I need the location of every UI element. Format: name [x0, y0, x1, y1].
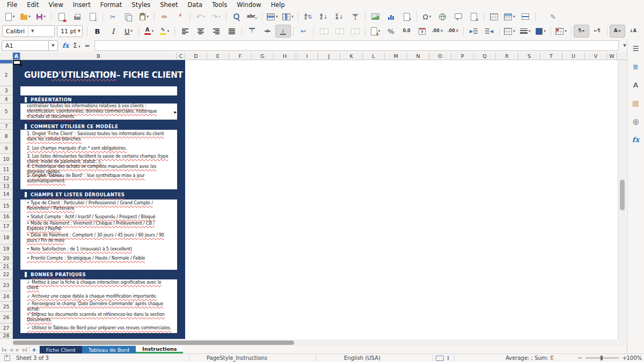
- sidebar-menu-icon[interactable]: ☰: [630, 43, 642, 54]
- row-header-3[interactable]: 3: [0, 86, 13, 95]
- row-header-12[interactable]: 12: [0, 174, 13, 183]
- column-header-L[interactable]: L: [363, 53, 385, 60]
- column-header-P[interactable]: P: [451, 53, 474, 60]
- save-button[interactable]: ▾: [33, 10, 49, 23]
- export-as-pdf-button[interactable]: ▄: [54, 10, 69, 23]
- column-header-F[interactable]: F: [229, 53, 252, 60]
- column-header-C[interactable]: C: [177, 53, 185, 60]
- clear-formatting-button[interactable]: [172, 10, 188, 23]
- align-top-button[interactable]: ↑: [244, 25, 260, 38]
- menu-sheet[interactable]: Sheet: [155, 0, 182, 10]
- font-name-dropdown-icon[interactable]: ▼: [28, 26, 36, 36]
- unmerge-cells-button[interactable]: [347, 25, 363, 38]
- menu-data[interactable]: Data: [182, 0, 207, 10]
- horizontal-scrollbar-thumb[interactable]: [13, 341, 294, 345]
- row-header-25[interactable]: 25: [0, 302, 13, 312]
- cut-button[interactable]: ✂: [105, 10, 121, 23]
- select-all-corner[interactable]: [0, 53, 13, 60]
- sum-icon[interactable]: Σ▾: [73, 42, 80, 49]
- add-decimal-place-button[interactable]: .00+: [430, 25, 445, 38]
- first-sheet-icon[interactable]: ◀: [2, 348, 6, 352]
- sidebar-navigator-icon[interactable]: ◎: [630, 116, 642, 127]
- format-as-number-button[interactable]: 0.0: [399, 25, 414, 38]
- insert-hyperlink-button[interactable]: [435, 10, 450, 23]
- row-header-8[interactable]: 8: [0, 130, 13, 143]
- copy-button[interactable]: [121, 10, 136, 23]
- row-header-13[interactable]: 13: [0, 183, 13, 189]
- row-header-2[interactable]: 2: [0, 64, 13, 86]
- column-header-S[interactable]: S: [518, 53, 540, 60]
- insert-comment-button[interactable]: [450, 10, 466, 23]
- zoom-slider[interactable]: [586, 357, 619, 359]
- add-sheet-button[interactable]: +: [29, 346, 40, 353]
- row-header-20[interactable]: 20: [0, 254, 13, 263]
- sheet-tab-tableau-de-bord[interactable]: Tableau de Bord: [82, 346, 136, 353]
- split-window-button[interactable]: [517, 10, 533, 23]
- sheet-tab-fiche-client[interactable]: Fiche Client: [40, 346, 82, 353]
- clone-formatting-button[interactable]: ✏: [157, 10, 172, 23]
- sort-ascending-button[interactable]: AZ↓: [316, 10, 332, 23]
- font-size-combobox[interactable]: 11 pt▼: [57, 25, 83, 37]
- column-header-D[interactable]: D: [185, 53, 207, 60]
- menu-styles[interactable]: Styles: [127, 0, 155, 10]
- horizontal-scrollbar[interactable]: [13, 339, 617, 346]
- row-header-15[interactable]: 15: [0, 200, 13, 212]
- menu-insert[interactable]: Insert: [68, 0, 96, 10]
- sheet-area[interactable]: GUIDE D'UTILISATION – FICHE CLIENT PRÉSE…: [13, 60, 617, 339]
- sidebar-gallery-icon[interactable]: ▤: [630, 98, 642, 108]
- row-header-9[interactable]: 9: [0, 143, 13, 154]
- zoom-out-icon[interactable]: −: [577, 354, 582, 361]
- italic-button[interactable]: I: [105, 25, 121, 38]
- row-header-1[interactable]: [0, 60, 13, 64]
- column-header-T[interactable]: T: [540, 53, 562, 60]
- column-header-V[interactable]: V: [585, 53, 607, 60]
- define-print-area-button[interactable]: [486, 10, 502, 23]
- row-header-27[interactable]: 27: [0, 323, 13, 333]
- column-header-A[interactable]: A: [13, 53, 20, 60]
- zoom-slider-thumb[interactable]: [601, 356, 603, 360]
- sheet-tab-instructions[interactable]: Instructions: [136, 346, 183, 353]
- formula-input[interactable]: [94, 40, 619, 51]
- text-orientation-standard-button[interactable]: A→: [610, 25, 625, 38]
- language-label[interactable]: English (USA): [322, 354, 402, 362]
- border-color-button[interactable]: ▾: [533, 25, 548, 38]
- format-as-currency-button[interactable]: $▾: [368, 25, 383, 38]
- name-box-dropdown-icon[interactable]: ▼: [49, 40, 58, 51]
- delete-decimal-place-button[interactable]: .00✗: [445, 25, 461, 38]
- column-header-G[interactable]: G: [252, 53, 274, 60]
- row-header-14[interactable]: 14: [0, 189, 13, 200]
- center-vertically-button[interactable]: ↕: [260, 25, 275, 38]
- menu-file[interactable]: File: [2, 0, 22, 10]
- merge-and-center-cells-button[interactable]: [316, 25, 332, 38]
- sidebar-styles-icon[interactable]: A: [630, 79, 642, 90]
- menu-window[interactable]: Window: [232, 0, 266, 10]
- menu-help[interactable]: Help: [266, 0, 290, 10]
- bold-button[interactable]: B: [90, 25, 105, 38]
- sidebar-functions-icon[interactable]: fx: [630, 134, 642, 145]
- sidebar-properties-icon[interactable]: ≣: [630, 61, 642, 72]
- row-header-22[interactable]: 22: [0, 270, 13, 279]
- function-wizard-icon[interactable]: fx: [62, 42, 69, 49]
- redo-button[interactable]: ↷▾: [208, 10, 224, 23]
- justified-button[interactable]: [224, 25, 239, 38]
- column-header-W[interactable]: W: [607, 53, 617, 60]
- row-header-10[interactable]: 10: [0, 154, 13, 165]
- column-header-N[interactable]: N: [407, 53, 429, 60]
- sort-button[interactable]: AZ⇅: [301, 10, 316, 23]
- insert-chart-button[interactable]: [383, 10, 399, 23]
- vertical-scrollbar[interactable]: [618, 60, 626, 346]
- font-size-dropdown-icon[interactable]: ▼: [76, 26, 82, 36]
- row-header-4[interactable]: 4: [0, 95, 13, 104]
- show-draw-functions-button[interactable]: ✎: [545, 10, 561, 23]
- print-preview-button[interactable]: ○: [85, 10, 100, 23]
- headers-and-footers-button[interactable]: ≡: [466, 10, 481, 23]
- row-header-28[interactable]: 28: [0, 333, 13, 339]
- increase-indent-button[interactable]: ▶: [466, 25, 481, 38]
- column-header-O[interactable]: O: [429, 53, 451, 60]
- insert-row-button[interactable]: ▾: [265, 10, 280, 23]
- print-button[interactable]: [69, 10, 85, 23]
- menu-edit[interactable]: Edit: [22, 0, 43, 10]
- row-header-6[interactable]: [0, 120, 13, 123]
- text-orientation-vertical-button[interactable]: ↓A: [625, 25, 641, 38]
- column-header-J[interactable]: J: [318, 53, 340, 60]
